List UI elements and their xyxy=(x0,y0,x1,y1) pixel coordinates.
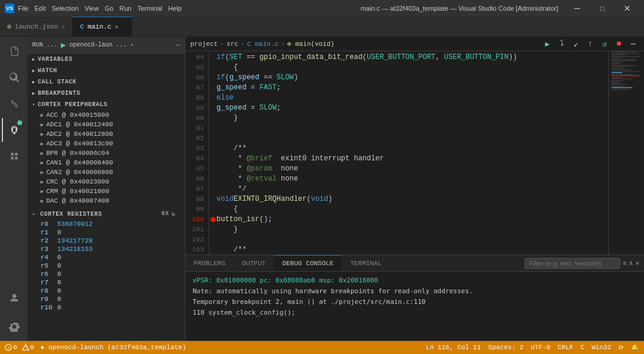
code-line[interactable] xyxy=(216,235,608,245)
menu-terminal[interactable]: Terminal xyxy=(138,5,163,12)
code-line[interactable]: g_speed = SLOW; xyxy=(216,103,608,113)
breadcrumb-function[interactable]: ⊕ main(void) xyxy=(287,40,335,48)
debug-stop-btn[interactable]: ■ xyxy=(613,38,625,50)
debug-restart-btn[interactable]: ↺ xyxy=(599,38,611,50)
peripheral-item[interactable]: ▶CAN1 @ 0x40006400 xyxy=(27,158,185,167)
code-line[interactable]: /** xyxy=(216,144,608,154)
tab-launch-json-close[interactable]: ✕ xyxy=(61,23,65,30)
debug-step-out-btn[interactable]: ↑ xyxy=(584,38,596,50)
window-minimize[interactable]: ─ xyxy=(565,2,589,15)
status-sync[interactable]: ⟳ xyxy=(618,344,624,352)
menu-help[interactable]: Help xyxy=(168,5,182,12)
peripheral-item[interactable]: ▶ADC2 @ 0x40012800 xyxy=(27,129,185,139)
panel-tab-debug-console[interactable]: DEBUG CONSOLE xyxy=(274,255,342,271)
peripheral-item[interactable]: ▶CAN2 @ 0x40006800 xyxy=(27,167,185,177)
debug-continue-btn[interactable]: ▶ xyxy=(541,38,553,50)
menu-run[interactable]: Run xyxy=(119,5,131,12)
breadcrumb-project[interactable]: project xyxy=(190,41,218,48)
menu-bar[interactable]: File Edit Selection View Go Run Terminal… xyxy=(18,5,182,12)
code-line[interactable]: /** xyxy=(216,245,608,254)
debug-more-btn[interactable]: ⋯ xyxy=(627,38,639,50)
code-line[interactable]: * @brief exint0 interrupt handler xyxy=(216,154,608,164)
tab-main-c-close[interactable]: ✕ xyxy=(115,23,119,30)
peripheral-item[interactable]: ▶CRM @ 0x40021000 xyxy=(27,187,185,196)
code-line[interactable]: g_speed = FAST; xyxy=(216,83,608,93)
window-close[interactable]: ✕ xyxy=(615,2,639,15)
status-platform[interactable]: Win32 xyxy=(592,344,611,351)
panel-tab-terminal[interactable]: TERMINAL xyxy=(342,255,390,271)
status-notifications[interactable]: 🔔 xyxy=(631,344,639,352)
code-line[interactable]: { xyxy=(216,63,608,73)
tab-main-c[interactable]: C main.c ✕ xyxy=(73,17,132,36)
panel-close-icon[interactable]: ✕ xyxy=(635,259,639,267)
code-line[interactable]: * @param none xyxy=(216,164,608,174)
menu-selection[interactable]: Selection xyxy=(52,5,79,12)
callstack-section-header[interactable]: ▶ CALL STACK xyxy=(27,76,185,88)
peripheral-item[interactable]: ▶ADC3 @ 0x40013c00 xyxy=(27,139,185,148)
variables-section-header[interactable]: ▶ VARIABLES xyxy=(27,54,185,65)
code-line[interactable]: * @retval none xyxy=(216,174,608,184)
status-line-ending[interactable]: CRLF xyxy=(558,344,573,351)
code-content[interactable]: if(SET == gpio_input_data_bit_read(USER_… xyxy=(209,51,608,254)
breakpoints-section-header[interactable]: ▶ BREAKPOINTS xyxy=(27,88,185,99)
code-line[interactable]: { xyxy=(216,204,608,215)
activity-icon-explorer[interactable] xyxy=(2,39,26,63)
code-line[interactable]: void EXINT0_IRQHandler(void) xyxy=(216,194,608,204)
peripheral-item[interactable]: ▶DAC @ 0x40007400 xyxy=(27,196,185,206)
run-icon[interactable]: ▶ xyxy=(61,40,66,50)
activity-icon-accounts[interactable] xyxy=(2,286,26,310)
menu-view[interactable]: View xyxy=(85,5,99,12)
code-line[interactable]: button_isr(); xyxy=(216,215,608,225)
activity-icon-search[interactable] xyxy=(2,66,26,89)
peripheral-item[interactable]: ▶BPR @ 0x40006c04 xyxy=(27,148,185,158)
watch-section-header[interactable]: ▶ WATCH xyxy=(27,65,185,76)
peripheral-item[interactable]: ▶ACC @ 0x40015800 xyxy=(27,110,185,120)
code-line[interactable] xyxy=(216,123,608,133)
status-spaces[interactable]: Spaces: 2 xyxy=(488,344,524,351)
status-encoding[interactable]: UTF-8 xyxy=(531,344,550,351)
activity-icon-settings[interactable] xyxy=(2,315,26,339)
cortex-peripherals-section-header[interactable]: ▾ CORTEX PERIPHERALS xyxy=(27,99,185,110)
status-warnings[interactable]: ! 0 xyxy=(22,344,35,351)
activity-icon-extensions[interactable] xyxy=(2,144,26,168)
hex-toggle[interactable]: 0x xyxy=(161,210,169,218)
activity-icon-source-control[interactable] xyxy=(2,92,26,116)
menu-edit[interactable]: Edit xyxy=(35,5,46,12)
window-maximize[interactable]: □ xyxy=(590,2,614,15)
code-line[interactable]: if(SET == gpio_input_data_bit_read(USER_… xyxy=(216,52,608,63)
register-row: r50 xyxy=(27,262,185,270)
code-line[interactable]: else xyxy=(216,93,608,103)
config-select[interactable]: openocd-laun ... xyxy=(69,42,126,48)
window-controls[interactable]: ─ □ ✕ xyxy=(565,2,639,15)
menu-file[interactable]: File xyxy=(18,5,29,12)
panel-tab-output[interactable]: OUTPUT xyxy=(234,255,274,271)
panel-collapse-icon[interactable]: ∧ xyxy=(629,259,633,267)
status-position[interactable]: Ln 116, Col 11 xyxy=(426,344,481,351)
panel-tab-problems[interactable]: PROBLEMS xyxy=(185,255,234,271)
panel-filter-input[interactable] xyxy=(525,258,620,269)
register-name: r1 xyxy=(41,229,57,236)
breadcrumb-src[interactable]: src xyxy=(227,41,239,48)
menu-go[interactable]: Go xyxy=(105,5,114,12)
code-line[interactable]: if(g_speed == SLOW) xyxy=(216,73,608,83)
status-language[interactable]: C xyxy=(580,344,584,351)
debug-step-over-btn[interactable]: ⤵ xyxy=(556,38,568,50)
status-errors[interactable]: ✕ 0 xyxy=(5,344,17,351)
code-line[interactable]: */ xyxy=(216,184,608,194)
breadcrumb-file[interactable]: C main.c xyxy=(247,41,278,48)
code-line[interactable] xyxy=(216,133,608,144)
peripheral-item[interactable]: ▶ADC1 @ 0x40012400 xyxy=(27,120,185,129)
tab-launch-json[interactable]: ⚙ launch.json ✕ xyxy=(0,17,73,36)
more-options-icon[interactable]: ⋯ xyxy=(176,41,180,49)
cortex-registers-header[interactable]: ▾ CORTEX REGISTERS 0x ↻ xyxy=(27,208,185,220)
code-line[interactable]: } xyxy=(216,113,608,123)
debug-step-into-btn[interactable]: ↙ xyxy=(570,38,582,50)
refresh-registers-icon[interactable]: ↻ xyxy=(171,210,175,218)
activity-icon-debug[interactable] xyxy=(2,118,26,142)
config-chevron[interactable]: ▾ xyxy=(130,42,133,48)
status-debug-name[interactable]: openocd-launch (at32f403a_template) xyxy=(39,344,186,351)
panel-filter-menu-icon[interactable]: ≡ xyxy=(623,260,627,267)
code-line[interactable]: } xyxy=(216,225,608,235)
callstack-chevron: ▶ xyxy=(32,79,35,85)
peripheral-item[interactable]: ▶CRC @ 0x40023000 xyxy=(27,177,185,187)
